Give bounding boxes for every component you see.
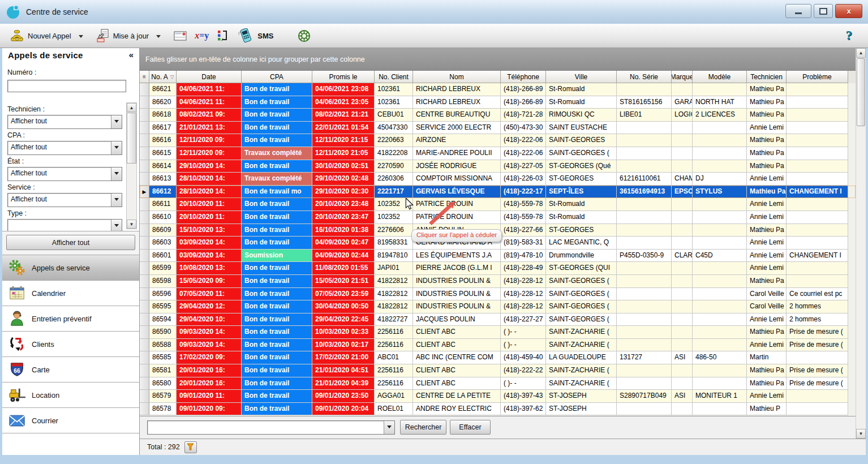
cell-ville[interactable]: LAC MEGANTIC, Q — [546, 237, 617, 250]
cell-marque[interactable] — [672, 313, 693, 326]
cell-tech[interactable]: Mathieu Pa — [747, 275, 787, 288]
grid-row-86588[interactable]: 8658809/03/2020 14:Bon de travail10/03/2… — [140, 339, 856, 352]
cell-cpa[interactable]: Bon de travail — [242, 313, 312, 326]
filter-combo-4[interactable] — [7, 219, 122, 231]
mise-a-jour-button[interactable]: Mise à jour — [92, 27, 153, 44]
cell-client[interactable]: 41822812 — [375, 300, 413, 313]
cell-date[interactable]: 29/04/2020 10: — [177, 313, 242, 326]
cell-modele[interactable]: C45D — [693, 250, 747, 263]
cell-tech[interactable]: Annie Lemi — [747, 198, 787, 211]
cell-probleme[interactable] — [787, 237, 848, 250]
cell-promis[interactable]: 04/09/2020 02:47 — [312, 237, 375, 250]
cell-marque[interactable] — [672, 275, 693, 288]
cell-date[interactable]: 09/01/2020 09: — [177, 403, 242, 416]
cell-nom[interactable]: AIRZONE — [413, 134, 501, 147]
cell-tech[interactable]: Annie Lemi — [747, 262, 787, 275]
cell-tel[interactable]: (418)-559-78 — [501, 198, 546, 211]
cell-cpa[interactable]: Bon de travail — [242, 390, 312, 403]
cell-promis[interactable]: 09/01/2020 20:04 — [312, 403, 375, 416]
cell-probleme[interactable] — [787, 83, 848, 96]
nouvel-appel-dropdown-icon[interactable] — [79, 35, 83, 40]
cell-serie[interactable] — [617, 339, 672, 352]
cell-tel[interactable]: ( )- - — [501, 339, 546, 352]
grid-row-86596[interactable]: 8659607/05/2020 11:Bon de travail07/05/2… — [140, 288, 856, 301]
cell-client[interactable]: 41822812 — [375, 275, 413, 288]
cell-serie[interactable] — [617, 211, 672, 224]
cell-no[interactable]: 86603 — [149, 237, 177, 250]
cell-serie[interactable] — [617, 275, 672, 288]
cell-tel[interactable]: (418)-222-22 — [501, 364, 546, 377]
cell-client[interactable]: 2260306 — [375, 173, 413, 186]
cell-modele[interactable] — [693, 288, 747, 301]
column-header-probleme[interactable]: Problème — [787, 71, 848, 83]
cell-promis[interactable]: 29/10/2020 02:30 — [312, 186, 375, 199]
cell-promis[interactable]: 21/01/2020 04:51 — [312, 364, 375, 377]
cell-marque[interactable]: CHAMI — [672, 173, 693, 186]
cell-nom[interactable]: INDUSTRIES POULIN & — [413, 288, 501, 301]
column-header-cpa[interactable]: CPA — [242, 71, 312, 83]
cell-ville[interactable]: SAINT-ZACHARIE ( — [546, 326, 617, 339]
cell-no[interactable]: 86581 — [149, 364, 177, 377]
cell-no[interactable]: 86610 — [149, 211, 177, 224]
cell-tel[interactable]: ( )- - — [501, 326, 546, 339]
cell-serie[interactable] — [617, 224, 672, 237]
cell-ville[interactable]: SAINT-ZACHARIE ( — [546, 339, 617, 352]
cell-serie[interactable] — [617, 377, 672, 390]
grid-row-86598[interactable]: 8659815/05/2020 09:Bon de travail15/05/2… — [140, 275, 856, 288]
cell-probleme[interactable]: CHANGEMENT I — [787, 250, 848, 263]
cell-tel[interactable]: (418)-228-12 — [501, 288, 546, 301]
cell-promis[interactable]: 22/01/2021 01:54 — [312, 122, 375, 135]
cell-probleme[interactable] — [787, 160, 848, 173]
cell-no[interactable]: 86621 — [149, 83, 177, 96]
cell-date[interactable]: 20/10/2020 11: — [177, 211, 242, 224]
cell-no[interactable]: 86614 — [149, 160, 177, 173]
cell-ville[interactable]: SAINT-GEORGES ( — [546, 147, 617, 160]
cell-ville[interactable]: SAINT-ZACHARIE ( — [546, 364, 617, 377]
cell-ville[interactable]: LA GUADELOUPE — [546, 351, 617, 364]
cell-date[interactable]: 09/01/2020 11: — [177, 390, 242, 403]
grid-row-86578[interactable]: 8657809/01/2020 09:Bon de travail09/01/2… — [140, 403, 856, 416]
cell-nom[interactable]: JOSÉE RODRIGUE — [413, 160, 501, 173]
search-combo[interactable] — [147, 420, 395, 435]
grid-row-86590[interactable]: 8659009/03/2020 14:Bon de travail10/03/2… — [140, 326, 856, 339]
group-by-hint[interactable]: Faites glisser un en-tête de colonne ici… — [140, 48, 856, 71]
cell-ville[interactable]: SAINT-GEORGES ( — [546, 288, 617, 301]
cell-no[interactable]: 86613 — [149, 173, 177, 186]
cell-cpa[interactable]: Bon de travail — [242, 198, 312, 211]
cell-no[interactable]: 86618 — [149, 109, 177, 122]
afficher-tout-button[interactable]: Afficher tout — [6, 235, 135, 250]
cell-cpa[interactable]: Bon de travail — [242, 262, 312, 275]
cell-no[interactable]: 86612 — [149, 186, 177, 199]
cell-date[interactable]: 29/10/2020 14: — [177, 160, 242, 173]
cell-tech[interactable]: Carol Veille — [747, 300, 787, 313]
cell-serie[interactable] — [617, 83, 672, 96]
cell-probleme[interactable]: Ce courriel est pc — [787, 288, 848, 301]
column-header-date[interactable]: Date — [177, 71, 242, 83]
cell-serie[interactable]: P455D-0350-9 — [617, 250, 672, 263]
cell-modele[interactable] — [693, 198, 747, 211]
sidebar-item-clients[interactable]: Clients — [2, 332, 139, 357]
column-header-tech[interactable]: Technicien — [747, 71, 787, 83]
cell-no[interactable]: 86585 — [149, 351, 177, 364]
cell-nom[interactable]: RICHARD LEBREUX — [413, 96, 501, 109]
cell-date[interactable]: 28/10/2020 14: — [177, 173, 242, 186]
cell-promis[interactable]: 10/03/2020 02:33 — [312, 326, 375, 339]
cell-tel[interactable]: (418)-228-12 — [501, 275, 546, 288]
cell-probleme[interactable]: Prise de mesure ( — [787, 377, 848, 390]
cell-nom[interactable]: ABC INC (CENTRE COM — [413, 351, 501, 364]
help-icon[interactable]: ? — [846, 28, 853, 43]
cell-date[interactable]: 20/01/2020 16: — [177, 377, 242, 390]
cell-tel[interactable]: (418)-227-27 — [501, 313, 546, 326]
cell-modele[interactable] — [693, 300, 747, 313]
cell-cpa[interactable]: Bon de travail — [242, 83, 312, 96]
cell-cpa[interactable]: Soumission — [242, 250, 312, 263]
cell-tech[interactable]: Annie Lemi — [747, 173, 787, 186]
cell-serie[interactable] — [617, 326, 672, 339]
cell-client[interactable]: 2276606 — [375, 224, 413, 237]
cell-nom[interactable]: PATRICE DROUIN — [413, 198, 501, 211]
cell-date[interactable]: 17/02/2020 09: — [177, 351, 242, 364]
cell-serie[interactable]: LIBE01 — [617, 109, 672, 122]
cell-cpa[interactable]: Bon de travail — [242, 211, 312, 224]
cell-date[interactable]: 03/09/2020 14: — [177, 250, 242, 263]
column-header-client[interactable]: No. Client — [375, 71, 413, 83]
